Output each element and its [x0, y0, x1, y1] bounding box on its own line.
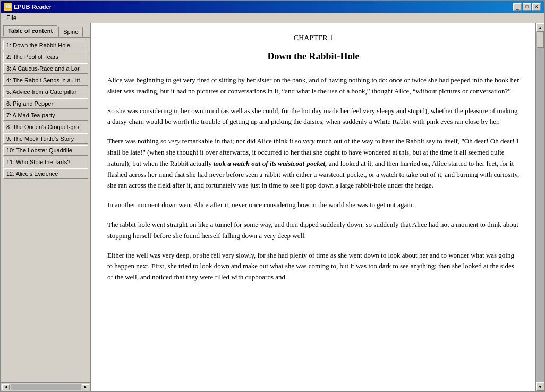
toc-item-11[interactable]: 11: Who Stole the Tarts?	[3, 157, 88, 167]
toc-list: 1: Down the Rabbit-Hole 2: The Pool of T…	[1, 38, 90, 382]
title-controls: _ □ ✕	[513, 3, 541, 11]
scroll-track[interactable]	[536, 32, 544, 382]
chapter-number: CHAPTER 1	[107, 34, 520, 42]
sidebar-scroll-left[interactable]: ◄	[2, 384, 10, 390]
scroll-thumb[interactable]	[537, 32, 544, 48]
toc-item-7[interactable]: 7: A Mad Tea-party	[3, 110, 88, 121]
paragraph-5: The rabbit-hole went straight on like a …	[107, 219, 520, 242]
sidebar-scroll-right[interactable]: ►	[82, 384, 89, 390]
toc-item-4[interactable]: 4: The Rabbit Sends in a Litt	[3, 75, 88, 86]
italic-very-2: very	[303, 137, 314, 145]
content-scroll[interactable]: CHAPTER 1 Down the Rabbit-Hole Alice was…	[91, 23, 535, 391]
chapter-title: Down the Rabbit-Hole	[107, 51, 520, 62]
tab-spine[interactable]: Spine	[58, 27, 83, 37]
toc-item-10[interactable]: 10: The Lobster Quadrille	[3, 145, 88, 156]
file-menu[interactable]: File	[3, 14, 20, 22]
minimize-button[interactable]: _	[513, 3, 522, 11]
toc-item-5[interactable]: 5: Advice from a Caterpillar	[3, 87, 88, 97]
window-title: EPUB Reader	[14, 4, 52, 10]
sidebar-scroll-track[interactable]	[11, 384, 81, 390]
toc-item-9[interactable]: 9: The Mock Turtle's Story	[3, 133, 88, 144]
sidebar: Table of content Spine 1: Down the Rabbi…	[1, 23, 91, 391]
scroll-down-button[interactable]: ▼	[536, 382, 544, 391]
paragraph-3: There was nothing so very remarkable in …	[107, 136, 520, 191]
content-v-scrollbar: ▲ ▼	[535, 23, 544, 391]
paragraph-2: So she was considering in her own mind (…	[107, 106, 520, 128]
app-window: 📖 EPUB Reader _ □ ✕ File Table of conten…	[0, 0, 545, 392]
content-area: CHAPTER 1 Down the Rabbit-Hole Alice was…	[91, 23, 544, 391]
paragraph-6: Either the well was very deep, or she fe…	[107, 250, 520, 283]
sidebar-tabs: Table of content Spine	[1, 23, 90, 38]
scroll-up-button[interactable]: ▲	[536, 23, 544, 32]
paragraph-1: Alice was beginning to get very tired of…	[107, 75, 520, 97]
toc-item-1[interactable]: 1: Down the Rabbit-Hole	[3, 40, 88, 50]
bold-italic-watch: took a watch out of its waistcoat-pocket…	[214, 159, 327, 167]
close-button[interactable]: ✕	[532, 3, 541, 11]
title-bar-left: 📖 EPUB Reader	[4, 3, 52, 11]
toc-item-2[interactable]: 2: The Pool of Tears	[3, 52, 88, 62]
toc-item-12[interactable]: 12: Alice's Evidence	[3, 168, 88, 179]
menu-bar: File	[1, 13, 544, 23]
tab-table-of-content[interactable]: Table of content	[3, 25, 57, 37]
sidebar-h-scrollbar: ◄ ►	[1, 382, 90, 391]
maximize-button[interactable]: □	[523, 3, 531, 11]
toc-item-6[interactable]: 6: Pig and Pepper	[3, 98, 88, 109]
italic-very-1: very	[168, 137, 180, 145]
toc-item-3[interactable]: 3: A Caucus-Race and a Lor	[3, 63, 88, 74]
app-icon: 📖	[4, 3, 12, 11]
toc-item-8[interactable]: 8: The Queen's Croquet-gro	[3, 122, 88, 132]
paragraph-4: In another moment down went Alice after …	[107, 200, 520, 211]
title-bar: 📖 EPUB Reader _ □ ✕	[1, 1, 544, 13]
main-content: Table of content Spine 1: Down the Rabbi…	[1, 23, 544, 391]
